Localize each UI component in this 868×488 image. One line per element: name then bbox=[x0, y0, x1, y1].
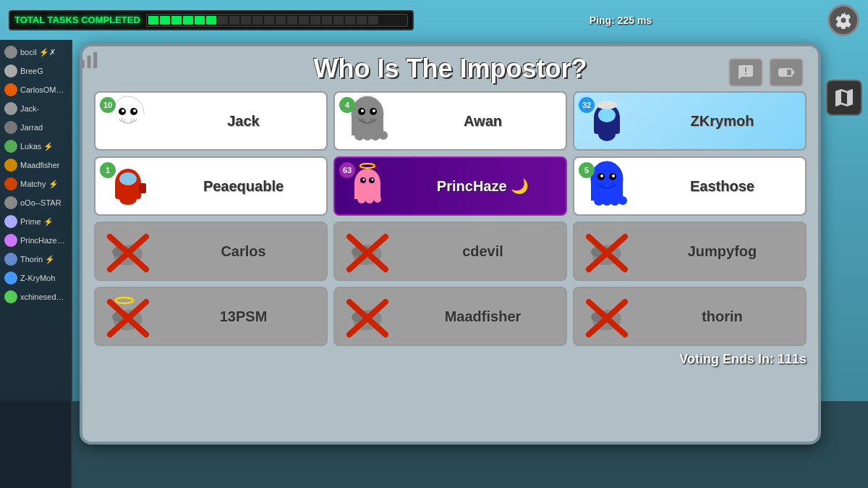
player-card-thorin[interactable]: thorin bbox=[573, 287, 807, 346]
player-name-peaequable: Peaequable bbox=[203, 178, 284, 195]
sidebar-player-zkrymoh: Z-KryMoh bbox=[0, 269, 71, 287]
dead-crewmate-jumpyfog bbox=[582, 232, 632, 272]
svg-rect-5 bbox=[792, 71, 794, 74]
task-seg-2 bbox=[160, 16, 170, 25]
battery-icon-btn bbox=[769, 58, 804, 87]
svg-point-27 bbox=[379, 131, 388, 140]
svg-point-11 bbox=[140, 131, 148, 140]
vote-count-awan: 4 bbox=[339, 97, 355, 113]
svg-point-15 bbox=[133, 109, 136, 112]
player-card-easthose[interactable]: 5 bbox=[573, 156, 807, 216]
sidebar-avatar bbox=[4, 272, 17, 285]
avatar-area-jumpyfog bbox=[574, 223, 639, 279]
player-name-maadfisher: Maadfisher bbox=[445, 308, 522, 325]
sidebar-avatar bbox=[4, 177, 17, 190]
svg-point-10 bbox=[131, 130, 141, 140]
player-card-jumpyfog[interactable]: Jumpyfog bbox=[573, 222, 807, 281]
svg-point-26 bbox=[370, 130, 380, 140]
vote-count-princhaze: 63 bbox=[339, 162, 355, 178]
avatar-area-carlos bbox=[95, 223, 161, 279]
svg-line-18 bbox=[124, 119, 125, 122]
svg-point-47 bbox=[119, 172, 137, 185]
player-card-13psm[interactable]: 13PSM bbox=[94, 287, 328, 346]
sidebar-name: CarlosOMFG bbox=[20, 85, 67, 94]
player-name-zkrymoh: ZKrymoh bbox=[691, 113, 754, 130]
sidebar-name: Prime ⚡ bbox=[20, 217, 54, 227]
name-area-awan: Awan bbox=[400, 113, 566, 130]
task-seg-18 bbox=[345, 16, 355, 25]
name-area-easthose: Easthose bbox=[639, 178, 805, 195]
svg-point-57 bbox=[371, 178, 373, 180]
dead-crewmate-maadfisher bbox=[342, 297, 393, 337]
task-seg-10 bbox=[252, 16, 263, 25]
sidebar-name: Lukas ⚡ bbox=[20, 142, 54, 151]
sidebar-avatar bbox=[4, 102, 17, 115]
name-area-carlos: Carlos bbox=[161, 243, 326, 260]
map-button[interactable] bbox=[826, 80, 862, 116]
sidebar-avatar bbox=[4, 121, 17, 134]
svg-rect-48 bbox=[139, 183, 146, 193]
report-icon-btn[interactable] bbox=[728, 58, 763, 87]
svg-point-30 bbox=[361, 109, 364, 112]
dead-crewmate-thorin bbox=[582, 297, 632, 337]
sidebar-name: Jack- bbox=[20, 104, 39, 113]
vote-count-peaequable: 1 bbox=[100, 162, 116, 178]
name-area-cdevil: cdevil bbox=[400, 243, 566, 260]
sidebar-name: oOo--STAR bbox=[20, 198, 61, 207]
svg-point-70 bbox=[612, 174, 615, 177]
avatar-area-13psm bbox=[95, 288, 161, 345]
player-card-zkrymoh[interactable]: 32 ZKrymoh bbox=[573, 91, 807, 151]
svg-rect-4 bbox=[780, 70, 787, 75]
player-card-awan[interactable]: 4 bbox=[333, 91, 567, 151]
svg-point-53 bbox=[374, 195, 381, 203]
player-name-thorin: thorin bbox=[702, 308, 743, 325]
sidebar-player-breeg: BreeG bbox=[0, 62, 71, 80]
player-name-easthose: Easthose bbox=[690, 178, 754, 195]
svg-point-41 bbox=[598, 108, 616, 122]
task-seg-7 bbox=[218, 16, 228, 25]
sidebar-player-bocil: bocil ⚡✗ bbox=[0, 43, 71, 62]
task-seg-15 bbox=[310, 16, 320, 25]
player-card-cdevil[interactable]: cdevil bbox=[333, 222, 567, 281]
sidebar-avatar bbox=[4, 253, 17, 266]
player-name-carlos: Carlos bbox=[221, 243, 265, 260]
task-seg-8 bbox=[229, 16, 239, 25]
ping-display: Ping: 225 ms bbox=[590, 14, 652, 26]
player-name-jack: Jack bbox=[227, 113, 260, 130]
svg-point-40 bbox=[598, 127, 616, 141]
sidebar-avatar bbox=[4, 159, 17, 172]
player-card-carlos[interactable]: Carlos bbox=[94, 222, 328, 281]
sidebar-player-matchy: Matchy ⚡ bbox=[0, 174, 71, 193]
player-card-jack[interactable]: 10 bbox=[94, 91, 328, 151]
sidebar-name: Jarrad bbox=[20, 123, 43, 132]
player-card-princhaze[interactable]: 63 bbox=[333, 156, 567, 216]
svg-point-65 bbox=[610, 195, 620, 206]
name-area-peaequable: Peaequable bbox=[161, 178, 326, 195]
sidebar-player-lukas: Lukas ⚡ bbox=[0, 137, 71, 156]
vote-count-easthose: 5 bbox=[579, 162, 595, 178]
settings-button[interactable] bbox=[827, 4, 859, 36]
player-card-peaequable[interactable]: 1 Peaequable bbox=[94, 156, 328, 216]
sidebar-player-jack: Jack- bbox=[0, 99, 71, 118]
sidebar-player-princhaze: PrincHaze ⚡ bbox=[0, 231, 71, 250]
vote-count-zkrymoh: 32 bbox=[579, 97, 595, 113]
sidebar-avatar bbox=[4, 196, 17, 209]
vote-count-jack: 10 bbox=[100, 97, 116, 113]
task-seg-3 bbox=[171, 16, 182, 25]
name-area-jack: Jack bbox=[161, 113, 326, 130]
player-card-maadfisher[interactable]: Maadfisher bbox=[333, 287, 567, 346]
sidebar-avatar bbox=[4, 83, 17, 96]
sidebar-player-maadfisher: Maadfisher bbox=[0, 156, 71, 174]
sidebar-name: BreeG bbox=[20, 67, 43, 75]
svg-line-73 bbox=[603, 184, 604, 187]
svg-point-46 bbox=[119, 193, 137, 205]
task-seg-12 bbox=[276, 16, 286, 25]
stats-icon[interactable] bbox=[78, 49, 100, 76]
svg-point-14 bbox=[122, 109, 124, 112]
task-label: TOTAL TASKS COMPLETED bbox=[14, 14, 140, 25]
sidebar-name: Maadfisher bbox=[20, 161, 59, 169]
task-seg-1 bbox=[148, 16, 158, 25]
task-seg-9 bbox=[241, 16, 251, 25]
avatar-area-maadfisher bbox=[335, 288, 400, 345]
sidebar-name: PrincHaze ⚡ bbox=[20, 236, 67, 245]
